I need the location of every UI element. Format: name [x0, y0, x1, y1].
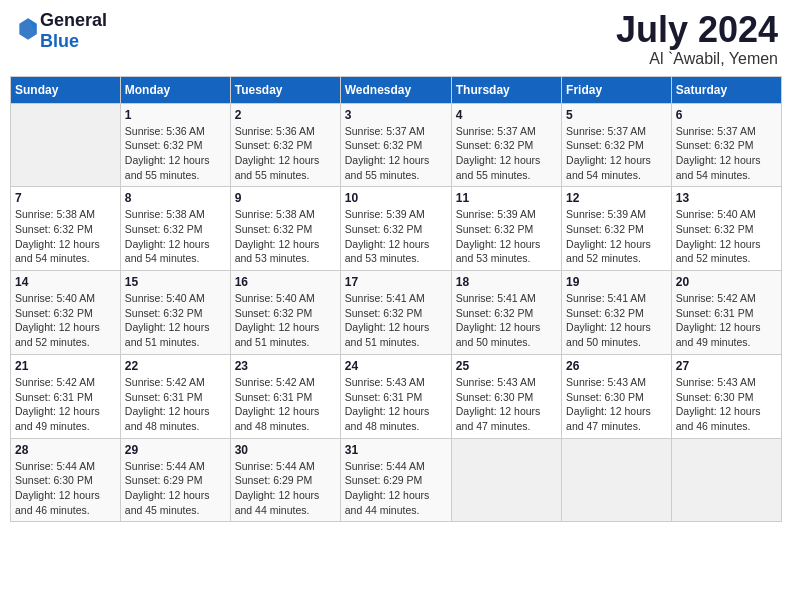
calendar-cell: 18Sunrise: 5:41 AM Sunset: 6:32 PM Dayli… [451, 271, 561, 355]
day-number: 7 [15, 191, 116, 205]
day-info: Sunrise: 5:37 AM Sunset: 6:32 PM Dayligh… [676, 124, 777, 183]
day-info: Sunrise: 5:44 AM Sunset: 6:29 PM Dayligh… [345, 459, 447, 518]
calendar-cell: 12Sunrise: 5:39 AM Sunset: 6:32 PM Dayli… [562, 187, 672, 271]
calendar-cell: 10Sunrise: 5:39 AM Sunset: 6:32 PM Dayli… [340, 187, 451, 271]
day-info: Sunrise: 5:36 AM Sunset: 6:32 PM Dayligh… [235, 124, 336, 183]
day-number: 28 [15, 443, 116, 457]
calendar-cell: 14Sunrise: 5:40 AM Sunset: 6:32 PM Dayli… [11, 271, 121, 355]
day-number: 9 [235, 191, 336, 205]
calendar-week-row: 21Sunrise: 5:42 AM Sunset: 6:31 PM Dayli… [11, 354, 782, 438]
calendar-week-row: 7Sunrise: 5:38 AM Sunset: 6:32 PM Daylig… [11, 187, 782, 271]
logo-mark [14, 17, 40, 45]
day-info: Sunrise: 5:38 AM Sunset: 6:32 PM Dayligh… [125, 207, 226, 266]
location-title: Al `Awabil, Yemen [616, 50, 778, 68]
day-number: 20 [676, 275, 777, 289]
day-number: 4 [456, 108, 557, 122]
calendar-cell: 23Sunrise: 5:42 AM Sunset: 6:31 PM Dayli… [230, 354, 340, 438]
day-info: Sunrise: 5:40 AM Sunset: 6:32 PM Dayligh… [235, 291, 336, 350]
title-area: July 2024 Al `Awabil, Yemen [616, 10, 778, 68]
calendar-cell: 20Sunrise: 5:42 AM Sunset: 6:31 PM Dayli… [671, 271, 781, 355]
day-info: Sunrise: 5:42 AM Sunset: 6:31 PM Dayligh… [235, 375, 336, 434]
day-number: 2 [235, 108, 336, 122]
calendar-cell [11, 103, 121, 187]
day-number: 26 [566, 359, 667, 373]
day-number: 17 [345, 275, 447, 289]
day-info: Sunrise: 5:43 AM Sunset: 6:30 PM Dayligh… [676, 375, 777, 434]
day-info: Sunrise: 5:43 AM Sunset: 6:30 PM Dayligh… [566, 375, 667, 434]
calendar-cell: 29Sunrise: 5:44 AM Sunset: 6:29 PM Dayli… [120, 438, 230, 522]
day-info: Sunrise: 5:39 AM Sunset: 6:32 PM Dayligh… [566, 207, 667, 266]
calendar-cell: 25Sunrise: 5:43 AM Sunset: 6:30 PM Dayli… [451, 354, 561, 438]
day-info: Sunrise: 5:44 AM Sunset: 6:30 PM Dayligh… [15, 459, 116, 518]
day-info: Sunrise: 5:41 AM Sunset: 6:32 PM Dayligh… [345, 291, 447, 350]
day-info: Sunrise: 5:40 AM Sunset: 6:32 PM Dayligh… [125, 291, 226, 350]
day-info: Sunrise: 5:42 AM Sunset: 6:31 PM Dayligh… [676, 291, 777, 350]
calendar-cell: 26Sunrise: 5:43 AM Sunset: 6:30 PM Dayli… [562, 354, 672, 438]
day-number: 30 [235, 443, 336, 457]
day-number: 1 [125, 108, 226, 122]
day-info: Sunrise: 5:39 AM Sunset: 6:32 PM Dayligh… [345, 207, 447, 266]
day-info: Sunrise: 5:37 AM Sunset: 6:32 PM Dayligh… [566, 124, 667, 183]
calendar-cell: 2Sunrise: 5:36 AM Sunset: 6:32 PM Daylig… [230, 103, 340, 187]
day-info: Sunrise: 5:36 AM Sunset: 6:32 PM Dayligh… [125, 124, 226, 183]
day-info: Sunrise: 5:40 AM Sunset: 6:32 PM Dayligh… [15, 291, 116, 350]
month-title: July 2024 [616, 10, 778, 50]
weekday-header-friday: Friday [562, 76, 672, 103]
calendar-cell: 16Sunrise: 5:40 AM Sunset: 6:32 PM Dayli… [230, 271, 340, 355]
day-number: 11 [456, 191, 557, 205]
day-number: 29 [125, 443, 226, 457]
calendar-week-row: 14Sunrise: 5:40 AM Sunset: 6:32 PM Dayli… [11, 271, 782, 355]
calendar-cell: 27Sunrise: 5:43 AM Sunset: 6:30 PM Dayli… [671, 354, 781, 438]
day-info: Sunrise: 5:39 AM Sunset: 6:32 PM Dayligh… [456, 207, 557, 266]
calendar-cell: 31Sunrise: 5:44 AM Sunset: 6:29 PM Dayli… [340, 438, 451, 522]
day-number: 14 [15, 275, 116, 289]
calendar-cell: 28Sunrise: 5:44 AM Sunset: 6:30 PM Dayli… [11, 438, 121, 522]
day-number: 31 [345, 443, 447, 457]
day-info: Sunrise: 5:38 AM Sunset: 6:32 PM Dayligh… [15, 207, 116, 266]
logo: General Blue [14, 10, 107, 52]
day-number: 3 [345, 108, 447, 122]
weekday-header-monday: Monday [120, 76, 230, 103]
day-number: 21 [15, 359, 116, 373]
day-info: Sunrise: 5:42 AM Sunset: 6:31 PM Dayligh… [15, 375, 116, 434]
calendar-table: SundayMondayTuesdayWednesdayThursdayFrid… [10, 76, 782, 523]
day-number: 10 [345, 191, 447, 205]
day-info: Sunrise: 5:37 AM Sunset: 6:32 PM Dayligh… [345, 124, 447, 183]
calendar-cell: 9Sunrise: 5:38 AM Sunset: 6:32 PM Daylig… [230, 187, 340, 271]
weekday-header-tuesday: Tuesday [230, 76, 340, 103]
calendar-cell: 17Sunrise: 5:41 AM Sunset: 6:32 PM Dayli… [340, 271, 451, 355]
day-number: 27 [676, 359, 777, 373]
weekday-header-saturday: Saturday [671, 76, 781, 103]
calendar-cell: 8Sunrise: 5:38 AM Sunset: 6:32 PM Daylig… [120, 187, 230, 271]
day-number: 8 [125, 191, 226, 205]
calendar-week-row: 28Sunrise: 5:44 AM Sunset: 6:30 PM Dayli… [11, 438, 782, 522]
day-info: Sunrise: 5:38 AM Sunset: 6:32 PM Dayligh… [235, 207, 336, 266]
calendar-cell: 4Sunrise: 5:37 AM Sunset: 6:32 PM Daylig… [451, 103, 561, 187]
calendar-cell [451, 438, 561, 522]
calendar-cell [671, 438, 781, 522]
calendar-cell: 13Sunrise: 5:40 AM Sunset: 6:32 PM Dayli… [671, 187, 781, 271]
day-info: Sunrise: 5:44 AM Sunset: 6:29 PM Dayligh… [235, 459, 336, 518]
calendar-cell: 5Sunrise: 5:37 AM Sunset: 6:32 PM Daylig… [562, 103, 672, 187]
calendar-cell: 19Sunrise: 5:41 AM Sunset: 6:32 PM Dayli… [562, 271, 672, 355]
day-number: 5 [566, 108, 667, 122]
day-info: Sunrise: 5:44 AM Sunset: 6:29 PM Dayligh… [125, 459, 226, 518]
logo-text: General Blue [40, 10, 107, 52]
day-info: Sunrise: 5:41 AM Sunset: 6:32 PM Dayligh… [456, 291, 557, 350]
day-number: 24 [345, 359, 447, 373]
day-info: Sunrise: 5:43 AM Sunset: 6:31 PM Dayligh… [345, 375, 447, 434]
day-info: Sunrise: 5:41 AM Sunset: 6:32 PM Dayligh… [566, 291, 667, 350]
calendar-cell: 22Sunrise: 5:42 AM Sunset: 6:31 PM Dayli… [120, 354, 230, 438]
day-info: Sunrise: 5:40 AM Sunset: 6:32 PM Dayligh… [676, 207, 777, 266]
day-number: 25 [456, 359, 557, 373]
day-number: 23 [235, 359, 336, 373]
day-number: 22 [125, 359, 226, 373]
calendar-cell: 15Sunrise: 5:40 AM Sunset: 6:32 PM Dayli… [120, 271, 230, 355]
calendar-cell: 3Sunrise: 5:37 AM Sunset: 6:32 PM Daylig… [340, 103, 451, 187]
calendar-cell: 30Sunrise: 5:44 AM Sunset: 6:29 PM Dayli… [230, 438, 340, 522]
day-info: Sunrise: 5:42 AM Sunset: 6:31 PM Dayligh… [125, 375, 226, 434]
calendar-cell: 6Sunrise: 5:37 AM Sunset: 6:32 PM Daylig… [671, 103, 781, 187]
day-info: Sunrise: 5:43 AM Sunset: 6:30 PM Dayligh… [456, 375, 557, 434]
day-number: 13 [676, 191, 777, 205]
day-number: 19 [566, 275, 667, 289]
